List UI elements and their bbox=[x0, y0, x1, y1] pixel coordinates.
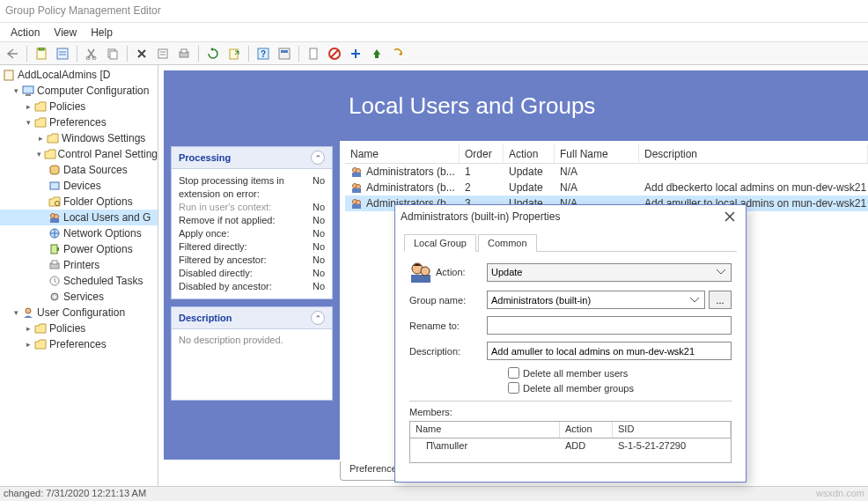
mcol-action[interactable]: Action bbox=[560, 422, 613, 438]
svg-rect-17 bbox=[279, 48, 290, 59]
folder-icon bbox=[33, 115, 48, 129]
folder-options-icon bbox=[48, 195, 62, 209]
description-box: Description⌃ No description provided. bbox=[171, 306, 333, 401]
col-name[interactable]: Name bbox=[345, 144, 460, 163]
cut-icon[interactable] bbox=[83, 45, 100, 63]
col-action[interactable]: Action bbox=[504, 144, 555, 163]
stop-icon[interactable] bbox=[326, 45, 343, 63]
svg-rect-51 bbox=[352, 204, 361, 209]
gear-icon bbox=[48, 290, 62, 304]
tab-local-group[interactable]: Local Group bbox=[404, 234, 476, 252]
watermark: wsxdn.com bbox=[816, 488, 864, 500]
col-description[interactable]: Description bbox=[639, 144, 868, 163]
processing-row-label: Apply once: bbox=[179, 227, 229, 240]
tree-folder-options[interactable]: Folder Options bbox=[0, 194, 158, 210]
description-input[interactable] bbox=[487, 342, 732, 360]
tree-control-panel[interactable]: ▾Control Panel Setting bbox=[0, 146, 158, 162]
tree-local-users[interactable]: Local Users and G bbox=[0, 210, 158, 225]
tree-user-config[interactable]: ▾User Configuration bbox=[0, 305, 158, 320]
list-row[interactable]: Administrators (b...2UpdateN/AAdd dbecke… bbox=[345, 180, 868, 195]
processing-row-label: Stop processing items in extension on er… bbox=[179, 174, 313, 201]
tree-network-options[interactable]: Network Options bbox=[0, 225, 158, 241]
tree-power-options[interactable]: Power Options bbox=[0, 241, 158, 257]
list-row[interactable]: Administrators (b...1UpdateN/A bbox=[345, 164, 868, 180]
user-icon bbox=[21, 306, 35, 320]
dialog-title: Administrators (built-in) Properties bbox=[401, 210, 560, 223]
network-icon bbox=[48, 226, 62, 240]
list-icon[interactable] bbox=[54, 45, 71, 63]
col-order[interactable]: Order bbox=[460, 144, 504, 163]
print-icon[interactable] bbox=[175, 45, 193, 63]
menubar: Action View Help bbox=[0, 23, 868, 42]
tree-root[interactable]: AddLocalAdmins [D bbox=[0, 67, 158, 83]
help-icon[interactable]: ? bbox=[254, 45, 272, 63]
svg-rect-30 bbox=[50, 218, 59, 223]
computer-icon bbox=[21, 84, 35, 98]
menu-help[interactable]: Help bbox=[84, 25, 120, 41]
statusbar: changed: 7/31/2020 12:21:13 AM wsxdn.com bbox=[0, 486, 868, 501]
folder-icon bbox=[44, 147, 56, 161]
members-list[interactable]: Π\amuller ADD S-1-5-21-27290 bbox=[409, 438, 732, 463]
group-name-select[interactable]: Administrators (built-in) bbox=[487, 291, 705, 309]
paste-icon[interactable] bbox=[33, 45, 50, 63]
svg-rect-13 bbox=[181, 49, 187, 53]
processing-row-label: Disabled by ancestor: bbox=[179, 280, 272, 293]
collapse-icon[interactable]: ⌃ bbox=[311, 151, 325, 165]
processing-row-value: No bbox=[313, 227, 325, 240]
printer-icon bbox=[48, 258, 62, 272]
export-icon[interactable] bbox=[225, 45, 243, 63]
mcol-name[interactable]: Name bbox=[410, 422, 560, 438]
collapse-icon[interactable]: ⌃ bbox=[311, 311, 325, 325]
member-row[interactable]: Π\amuller ADD S-1-5-21-27290 bbox=[410, 438, 731, 453]
tree-devices[interactable]: Devices bbox=[0, 178, 158, 194]
tree-policies-1[interactable]: ▸Policies bbox=[0, 99, 158, 114]
col-fullname[interactable]: Full Name bbox=[555, 144, 639, 163]
svg-rect-8 bbox=[110, 51, 117, 59]
tab-common[interactable]: Common bbox=[478, 234, 537, 252]
down-icon[interactable] bbox=[389, 45, 407, 63]
tree-windows-settings[interactable]: ▸Windows Settings bbox=[0, 130, 158, 146]
close-icon[interactable] bbox=[719, 208, 740, 225]
doc1-icon[interactable] bbox=[305, 45, 322, 63]
mcol-sid[interactable]: SID bbox=[613, 422, 731, 438]
description-title: Description bbox=[179, 313, 232, 323]
tree-preferences-2[interactable]: ▸Preferences bbox=[0, 336, 158, 352]
users-icon bbox=[48, 210, 62, 225]
delete-users-checkbox[interactable]: Delete all member users bbox=[508, 367, 732, 379]
tree-computer-config[interactable]: ▾Computer Configuration bbox=[0, 83, 158, 99]
menu-action[interactable]: Action bbox=[4, 25, 47, 41]
add-icon[interactable] bbox=[347, 45, 364, 63]
rename-label: Rename to: bbox=[409, 320, 487, 331]
svg-line-21 bbox=[331, 50, 338, 57]
tree-printers[interactable]: Printers bbox=[0, 257, 158, 273]
menu-view[interactable]: View bbox=[47, 25, 84, 41]
browse-button[interactable]: ... bbox=[709, 291, 732, 309]
svg-rect-26 bbox=[50, 182, 59, 189]
tree-preferences-1[interactable]: ▾Preferences bbox=[0, 114, 158, 130]
processing-row-label: Filtered directly: bbox=[179, 240, 247, 254]
tree-scheduled-tasks[interactable]: Scheduled Tasks bbox=[0, 273, 158, 289]
delete-groups-checkbox[interactable]: Delete all member groups bbox=[508, 382, 732, 394]
copy-icon[interactable] bbox=[104, 45, 121, 63]
back-icon[interactable] bbox=[4, 45, 21, 63]
tree-data-sources[interactable]: Data Sources bbox=[0, 162, 158, 178]
members-label: Members: bbox=[409, 407, 732, 417]
processing-row-label: Filtered by ancestor: bbox=[179, 254, 267, 267]
processing-row-value: No bbox=[313, 174, 325, 201]
tree-pane[interactable]: AddLocalAdmins [D ▾Computer Configuratio… bbox=[0, 65, 158, 486]
action-select[interactable]: Update bbox=[487, 263, 732, 282]
delete-icon[interactable] bbox=[133, 45, 151, 63]
refresh-icon[interactable] bbox=[204, 45, 222, 63]
tree-policies-2[interactable]: ▸Policies bbox=[0, 320, 158, 336]
list-header: Name Order Action Full Name Description bbox=[345, 144, 868, 164]
rename-input[interactable] bbox=[487, 316, 732, 335]
options-icon[interactable] bbox=[276, 45, 293, 63]
tree-services[interactable]: Services bbox=[0, 289, 158, 305]
svg-rect-22 bbox=[4, 70, 13, 80]
svg-rect-45 bbox=[352, 173, 361, 177]
description-label: Description: bbox=[409, 346, 487, 357]
processing-title: Processing bbox=[179, 152, 231, 163]
policy-icon bbox=[2, 68, 16, 82]
properties-icon[interactable] bbox=[154, 45, 172, 63]
up-icon[interactable] bbox=[368, 45, 386, 63]
